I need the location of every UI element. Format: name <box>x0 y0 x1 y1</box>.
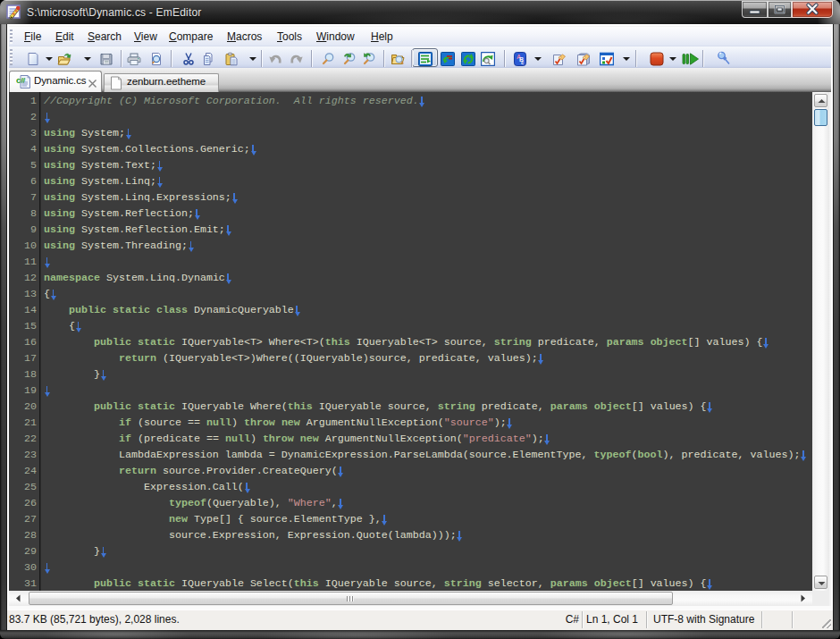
svg-text:c#: c# <box>16 75 26 85</box>
